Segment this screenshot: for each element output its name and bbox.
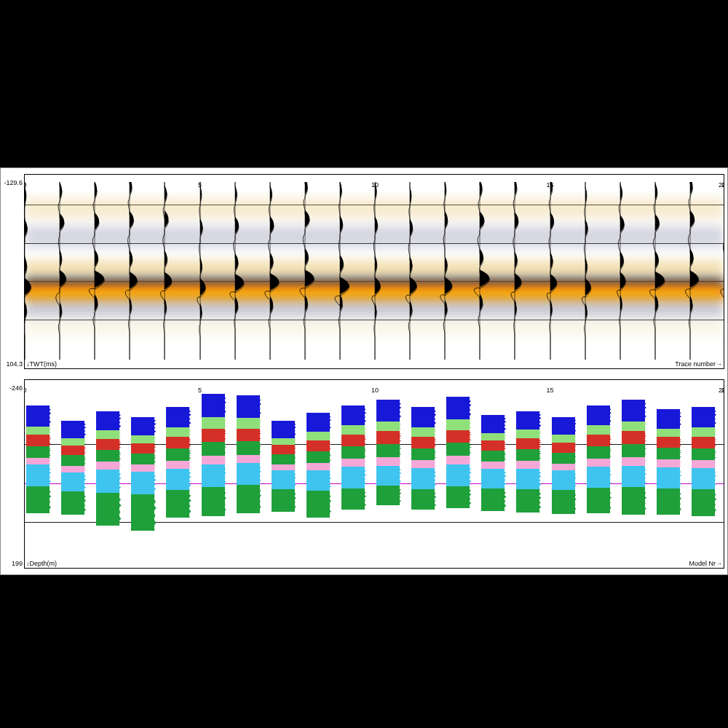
facies-segment (692, 437, 715, 448)
facies-segment (446, 443, 470, 456)
facies-segment (202, 487, 225, 516)
facies-segment (411, 407, 435, 427)
facies-segment (552, 470, 575, 490)
facies-segment (411, 427, 435, 437)
facies-segment (341, 435, 365, 446)
depth-log (617, 387, 646, 559)
depth-log (687, 387, 716, 559)
facies-segment (166, 469, 189, 490)
facies-segment (202, 456, 225, 464)
facies-segment (61, 472, 84, 492)
facies-segment (306, 440, 330, 451)
depth-log (722, 387, 724, 559)
facies-segment (306, 413, 330, 432)
facies-segment (516, 469, 539, 489)
facies-segment (96, 462, 119, 470)
facies-segment (552, 435, 575, 443)
facies-segment (692, 460, 715, 468)
x-axis-label-top: Trace number (675, 360, 722, 368)
seismic-trace (603, 182, 638, 360)
facies-segment (516, 489, 539, 513)
facies-segment (552, 453, 575, 464)
facies-segment (481, 451, 505, 462)
depth-log (477, 387, 506, 559)
seismic-trace (323, 182, 357, 360)
depth-log (302, 387, 331, 559)
seismic-trace (497, 182, 532, 360)
facies-segment (692, 489, 715, 516)
x-axis-label-bot: Model Nr (689, 560, 722, 567)
facies-segment (657, 437, 680, 448)
y-min-top: -129.6 (4, 179, 25, 186)
facies-segment (26, 486, 50, 513)
facies-segment (516, 438, 539, 449)
facies-segment (61, 491, 84, 515)
seismic-panel: -129.6 104.3 0510152020-100-50050 TWT(ms… (24, 174, 724, 369)
facies-segment (657, 429, 680, 438)
y-max-top: 104.3 (6, 360, 25, 368)
facies-segment (237, 441, 260, 454)
facies-segment (622, 487, 645, 514)
seismic-trace (147, 182, 182, 360)
facies-segment (131, 435, 154, 443)
facies-segment (481, 440, 505, 451)
seismic-trace (25, 182, 42, 360)
facies-segment (587, 425, 610, 435)
facies-segment (26, 464, 50, 486)
depth-log (57, 387, 86, 559)
seismic-trace (673, 182, 708, 360)
facies-segment (166, 407, 189, 427)
facies-segment (61, 455, 84, 466)
facies-segment (272, 454, 295, 464)
facies-segment (96, 470, 119, 493)
facies-segment (411, 489, 435, 510)
facies-segment (272, 464, 295, 471)
facies-segment (341, 488, 365, 510)
facies-segment (166, 427, 189, 437)
facies-segment (341, 425, 365, 435)
facies-segment (237, 463, 260, 485)
facies-segment (446, 397, 470, 419)
facies-segment (692, 407, 715, 427)
facies-segment (202, 417, 225, 429)
facies-segment (657, 488, 680, 515)
facies-segment (166, 437, 189, 448)
facies-segment (237, 429, 260, 441)
depth-log (267, 387, 296, 559)
facies-segment (411, 468, 435, 489)
seismic-trace (427, 182, 462, 360)
depth-log (652, 387, 681, 559)
facies-segment (692, 427, 715, 437)
chart-frame: -129.6 104.3 0510152020-100-50050 TWT(ms… (0, 167, 728, 575)
facies-segment (341, 446, 365, 459)
facies-segment (481, 469, 505, 488)
facies-segment (61, 446, 84, 455)
depth-log (407, 387, 436, 559)
facies-segment (272, 445, 295, 454)
facies-segment (131, 454, 154, 464)
seismic-trace (253, 182, 288, 360)
facies-segment (376, 466, 400, 486)
facies-segment (306, 432, 330, 440)
seismic-trace (183, 182, 218, 360)
seismic-trace (462, 182, 497, 360)
facies-segment (622, 422, 645, 432)
facies-segment (376, 400, 400, 422)
facies-segment (657, 448, 680, 459)
seismic-trace (568, 182, 603, 360)
facies-segment (96, 493, 119, 526)
facies-segment (26, 435, 50, 446)
facies-segment (587, 467, 610, 488)
facies-segment (692, 448, 715, 460)
seismic-trace (112, 182, 147, 360)
facies-segment (131, 417, 154, 436)
depth-log (442, 387, 471, 559)
facies-segment (306, 463, 330, 471)
depth-log (162, 387, 191, 559)
facies-segment (552, 417, 575, 435)
seismic-trace (708, 182, 724, 360)
facies-segment (376, 486, 400, 505)
facies-segment (306, 470, 330, 491)
depth-log (337, 387, 366, 559)
facies-segment (481, 462, 505, 469)
